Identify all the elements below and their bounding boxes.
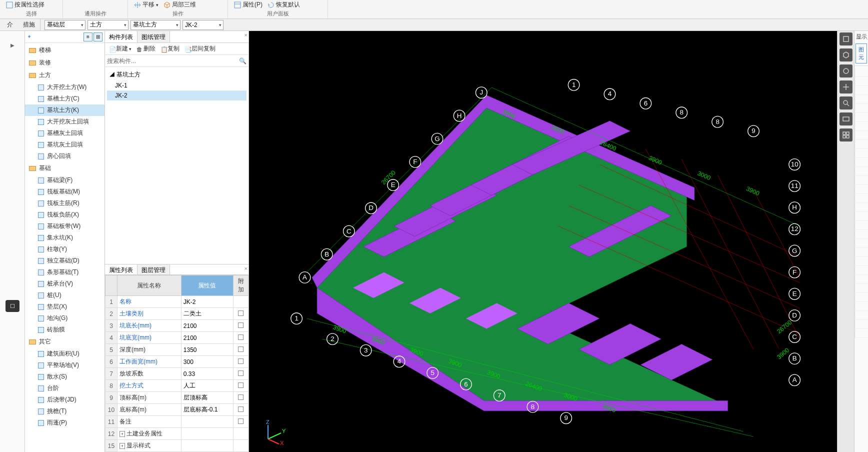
view-tool-display[interactable] (840, 128, 852, 142)
tree-item[interactable]: 挑檐(T) (25, 406, 104, 417)
secondary-tab-1[interactable]: 措施 (18, 19, 40, 30)
tree-item[interactable]: 房心回填 (25, 150, 104, 162)
tree-cat-stair[interactable]: 楼梯 (25, 44, 104, 56)
left-caret[interactable]: ▶ (0, 40, 24, 50)
tab-component-list[interactable]: 构件列表 (105, 31, 138, 42)
select-by-attribute[interactable]: 按属性选择 (6, 0, 44, 9)
tree-item[interactable]: 垫层(X) (25, 301, 104, 312)
tree-item[interactable]: 筏板主筋(R) (25, 198, 104, 209)
tab-property-list[interactable]: 属性列表 (105, 264, 138, 274)
property-button[interactable]: 属性(P) (234, 0, 262, 9)
tree-cat-foundation[interactable]: 基础 (25, 162, 104, 174)
tree-item[interactable]: 条形基础(T) (25, 266, 104, 278)
view-tool-zoom[interactable] (840, 96, 852, 110)
property-row[interactable]: 10底标高(m)层底标高-0.1 (106, 404, 248, 416)
svg-rect-131 (846, 136, 849, 138)
tree-item[interactable]: 独立基础(D) (25, 255, 104, 266)
left-tag-icon[interactable]: ☐ (6, 300, 20, 312)
delete-icon: 🗑 (136, 46, 142, 52)
tree-item[interactable]: 基槽灰土回填 (25, 128, 104, 139)
copy-button[interactable]: 📋复制 (158, 44, 182, 54)
search-input[interactable] (107, 58, 239, 64)
svg-text:Z: Z (266, 420, 270, 425)
tree-item[interactable]: 集水坑(K) (25, 232, 104, 244)
tree-item[interactable]: 基础板带(W) (25, 220, 104, 232)
property-row[interactable]: 5深度(mm)1350 (106, 344, 248, 356)
tree-item[interactable]: 基坑灰土回填 (25, 139, 104, 150)
new-button[interactable]: 📄新建▾ (107, 44, 134, 54)
view-grid-icon[interactable]: ⊞ (94, 32, 102, 42)
tree-item[interactable]: 建筑面积(U) (25, 348, 104, 360)
svg-text:A: A (302, 274, 307, 281)
dropdown-item[interactable]: JK-2 (182, 20, 224, 30)
left-strip-item[interactable] (0, 31, 24, 40)
3d-viewport[interactable]: JHGFEDCBA 146889 123456789 1011H12GFEDCB… (249, 31, 837, 452)
floor-copy-button[interactable]: 📑层间复制 (182, 44, 218, 54)
tree-item[interactable]: 后浇带(JD) (25, 394, 104, 406)
svg-text:8: 8 (680, 108, 684, 116)
property-row[interactable]: 7放坡系数0.33 (106, 368, 248, 380)
tree-item[interactable]: 大开挖土方(W) (25, 82, 104, 93)
dropdown-floor[interactable]: 基础层 (44, 20, 86, 30)
property-row[interactable]: 2土壤类别二类土 (106, 308, 248, 320)
component-root[interactable]: ◢ 基坑土方 (107, 69, 246, 80)
view-tool-home[interactable] (840, 32, 852, 46)
close-icon[interactable]: × (244, 266, 248, 272)
view-tool-orbit[interactable] (840, 64, 852, 78)
tree-item[interactable]: 台阶 (25, 382, 104, 394)
component-item[interactable]: JK-1 (107, 80, 246, 90)
secondary-tab-0[interactable]: 介 (2, 19, 18, 30)
tree-item[interactable]: 平整场地(V) (25, 360, 104, 371)
view-tool-pan[interactable] (840, 80, 852, 94)
pan-button[interactable]: 平移▾ (134, 0, 158, 9)
property-row[interactable]: 9顶标高(m)层顶标高 (106, 392, 248, 404)
property-row[interactable]: 15+显示样式 (106, 440, 248, 452)
local-3d-button[interactable]: 局部三维 (164, 0, 196, 9)
property-row[interactable]: 11备注 (106, 416, 248, 428)
property-row[interactable]: 8挖土方式人工 (106, 380, 248, 392)
property-tabs: 属性列表 图层管理 × (105, 264, 248, 275)
svg-line-119 (268, 433, 281, 439)
close-icon[interactable]: × (244, 32, 248, 38)
dropdown-type[interactable]: 土方 (88, 20, 128, 30)
property-row[interactable]: 6工作面宽(mm)300 (106, 356, 248, 368)
tree-item[interactable]: 雨蓬(P) (25, 417, 104, 428)
tree-item[interactable]: 筏板负筋(X) (25, 209, 104, 220)
tree-item[interactable]: 基础梁(F) (25, 174, 104, 186)
tree-cat-decorate[interactable]: 装修 (25, 56, 104, 69)
tree-item[interactable]: 桩承台(V) (25, 278, 104, 290)
tree-item[interactable]: 地沟(G) (25, 312, 104, 324)
tab-drawing-mgmt[interactable]: 图纸管理 (138, 31, 170, 42)
tree-item[interactable]: 基槽土方(C) (25, 93, 104, 104)
view-list-icon[interactable]: ≡ (84, 32, 92, 42)
fr-show-label[interactable]: 显示 (854, 31, 868, 42)
delete-button[interactable]: 🗑删除 (134, 44, 158, 54)
restore-default-button[interactable]: 恢复默认 (268, 0, 300, 9)
tree-item[interactable]: 大开挖灰土回填 (25, 116, 104, 128)
item-icon (38, 212, 44, 218)
dropdown-subtype[interactable]: 基坑土方 (130, 20, 180, 30)
tree-item[interactable]: 散水(S) (25, 371, 104, 382)
property-row[interactable]: 4坑底宽(mm)2100 (106, 332, 248, 344)
tree-item[interactable]: 桩(U) (25, 290, 104, 301)
search-icon[interactable]: 🔍 (239, 58, 246, 64)
view-tool-section[interactable] (840, 112, 852, 126)
tree-cat-earth[interactable]: 土方 (25, 69, 104, 82)
svg-text:11: 11 (791, 182, 798, 190)
tree-item[interactable]: 筏板基础(M) (25, 186, 104, 198)
svg-text:6: 6 (464, 380, 468, 388)
svg-line-23 (682, 160, 779, 350)
property-row[interactable]: 1名称JK-2 (106, 296, 248, 308)
fr-elem-label[interactable]: 图元 (856, 44, 867, 64)
tree-item[interactable]: 砖胎膜 (25, 324, 104, 336)
property-row[interactable]: 3坑底长(mm)2100 (106, 320, 248, 332)
tree-item[interactable]: 基坑土方(K) (25, 104, 104, 116)
tree-cat-other[interactable]: 其它 (25, 336, 104, 348)
tree-item[interactable]: 柱墩(Y) (25, 244, 104, 255)
view-tool-cube[interactable] (840, 48, 852, 62)
tree-foundation-children: 基础梁(F)筏板基础(M)筏板主筋(R)筏板负筋(X)基础板带(W)集水坑(K)… (25, 174, 104, 336)
component-item-selected[interactable]: JK-2 (107, 90, 246, 100)
tab-layer-mgmt[interactable]: 图层管理 (138, 264, 170, 274)
pin-icon[interactable]: ✦ (27, 34, 32, 40)
property-row[interactable]: 12+土建业务属性 (106, 428, 248, 440)
